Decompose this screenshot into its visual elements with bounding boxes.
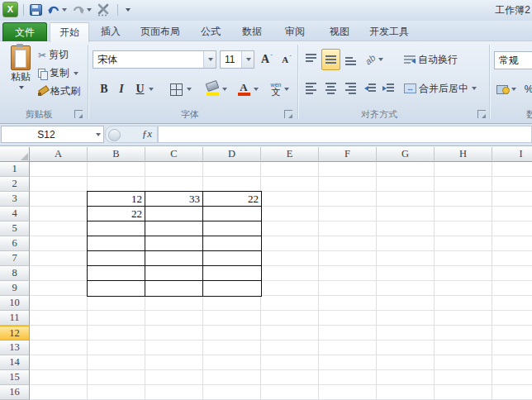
row-header-9[interactable]: 9 <box>0 281 30 296</box>
column-header-B[interactable]: B <box>88 147 145 162</box>
font-color-dropdown-icon[interactable] <box>254 88 259 91</box>
column-header-D[interactable]: D <box>203 147 261 162</box>
row-header-12[interactable]: 12 <box>0 326 30 340</box>
tab-developer[interactable]: 开发工具 <box>363 22 415 41</box>
select-all-button[interactable] <box>0 147 30 162</box>
column-header-C[interactable]: C <box>145 147 203 162</box>
undo-button[interactable] <box>46 2 68 17</box>
tab-formulas[interactable]: 公式 <box>192 22 230 41</box>
row-header-6[interactable]: 6 <box>0 236 30 251</box>
font-dialog-launcher-icon[interactable] <box>284 110 292 118</box>
row-header-8[interactable]: 8 <box>0 266 30 281</box>
tab-insert[interactable]: 插入 <box>93 22 129 41</box>
font-name-dropdown[interactable] <box>203 51 216 68</box>
row-header-14[interactable]: 14 <box>0 355 30 370</box>
cell-B4[interactable]: 22 <box>88 207 145 221</box>
cut-button[interactable]: ✂ 剪切 <box>38 48 69 62</box>
cell-D3[interactable]: 22 <box>203 192 261 207</box>
wrap-text-button[interactable]: 自动换行 <box>403 50 484 69</box>
alignment-dialog-launcher-icon[interactable] <box>477 110 486 118</box>
name-box[interactable]: S12 <box>1 126 104 143</box>
cell-B6[interactable] <box>88 236 145 251</box>
middle-align-button[interactable] <box>321 49 340 70</box>
align-left-button[interactable] <box>302 79 320 98</box>
cell-D7[interactable] <box>203 251 261 266</box>
cell-C5[interactable] <box>145 221 203 236</box>
cell-C7[interactable] <box>145 251 203 266</box>
qat-customize-button[interactable] <box>123 2 131 17</box>
row-header-3[interactable]: 3 <box>0 192 30 207</box>
save-button[interactable] <box>29 2 43 17</box>
orientation-button[interactable]: ab <box>362 50 387 69</box>
cell-C9[interactable] <box>145 281 203 296</box>
cell-B9[interactable] <box>88 281 145 296</box>
column-header-I[interactable]: I <box>492 147 532 162</box>
accounting-dropdown-icon[interactable] <box>511 88 516 91</box>
cell-B5[interactable] <box>88 221 145 236</box>
paste-dropdown-icon[interactable] <box>19 86 24 89</box>
grow-font-button[interactable]: Aˆ <box>258 50 276 69</box>
insert-function-button[interactable]: ƒx <box>142 127 152 140</box>
row-header-5[interactable]: 5 <box>0 221 30 236</box>
tab-data[interactable]: 数据 <box>233 22 271 41</box>
row-header-1[interactable]: 1 <box>0 162 30 177</box>
underline-dropdown-icon[interactable] <box>149 88 154 91</box>
name-box-dropdown[interactable] <box>91 126 103 142</box>
format-painter-button[interactable]: 格式刷 <box>38 84 80 98</box>
merge-center-dropdown-icon[interactable] <box>472 87 477 90</box>
percent-style-button[interactable]: % <box>522 79 532 99</box>
fill-color-button[interactable] <box>202 79 230 99</box>
cell-B7[interactable] <box>88 251 145 266</box>
copy-button[interactable]: 复制 <box>38 66 78 80</box>
cell-B8[interactable] <box>88 266 145 281</box>
number-format-select[interactable]: 常规 <box>494 51 532 69</box>
bottom-align-button[interactable] <box>342 50 359 69</box>
row-header-2[interactable]: 2 <box>0 177 30 192</box>
bold-button[interactable]: B <box>96 79 112 99</box>
undo-dropdown-icon[interactable] <box>62 8 67 12</box>
align-right-button[interactable] <box>342 79 359 98</box>
cell-D6[interactable] <box>203 236 261 251</box>
row-header-4[interactable]: 4 <box>0 207 30 221</box>
copy-dropdown-icon[interactable] <box>74 72 78 75</box>
orientation-dropdown-icon[interactable] <box>378 58 383 61</box>
column-header-E[interactable]: E <box>261 147 319 162</box>
center-button[interactable] <box>321 79 340 98</box>
underline-button[interactable]: U <box>131 79 159 99</box>
cell-C6[interactable] <box>145 236 203 251</box>
phonetic-guide-button[interactable]: wén 文 <box>266 79 294 99</box>
cell-C3[interactable]: 33 <box>145 192 203 207</box>
tab-review[interactable]: 审阅 <box>276 22 314 41</box>
font-size-dropdown[interactable] <box>241 51 254 68</box>
row-header-15[interactable]: 15 <box>0 370 30 385</box>
redo-dropdown-icon[interactable] <box>87 8 92 12</box>
phonetic-dropdown-icon[interactable] <box>284 88 289 91</box>
font-name-select[interactable]: 宋体 <box>93 50 216 69</box>
column-header-H[interactable]: H <box>435 147 492 162</box>
row-header-7[interactable]: 7 <box>0 251 30 266</box>
font-size-select[interactable]: 11 <box>220 50 254 69</box>
merge-center-button[interactable]: ↔ 合并后居中 <box>403 79 489 98</box>
tab-view[interactable]: 视图 <box>321 22 359 41</box>
tab-home[interactable]: 开始 <box>50 22 89 42</box>
accounting-format-button[interactable] <box>494 79 519 99</box>
font-color-button[interactable]: A <box>233 79 261 99</box>
tab-page-layout[interactable]: 页面布局 <box>132 22 188 41</box>
column-header-F[interactable]: F <box>319 147 377 162</box>
cell-grid[interactable]: 12332222 <box>30 162 532 400</box>
shrink-font-button[interactable]: Aˇ <box>278 50 296 69</box>
formula-input[interactable] <box>158 126 532 143</box>
fill-color-dropdown-icon[interactable] <box>222 88 227 91</box>
cell-C8[interactable] <box>145 266 203 281</box>
qat-tools-button[interactable] <box>96 2 112 17</box>
column-header-G[interactable]: G <box>377 147 435 162</box>
borders-button[interactable] <box>167 79 195 99</box>
row-header-13[interactable]: 13 <box>0 340 30 355</box>
row-header-10[interactable]: 10 <box>0 296 30 311</box>
cell-C4[interactable] <box>145 207 203 221</box>
cell-D9[interactable] <box>203 281 261 296</box>
italic-button[interactable]: I <box>114 79 129 99</box>
increase-indent-button[interactable] <box>380 79 397 98</box>
cell-D5[interactable] <box>203 221 261 236</box>
row-header-16[interactable]: 16 <box>0 385 30 400</box>
